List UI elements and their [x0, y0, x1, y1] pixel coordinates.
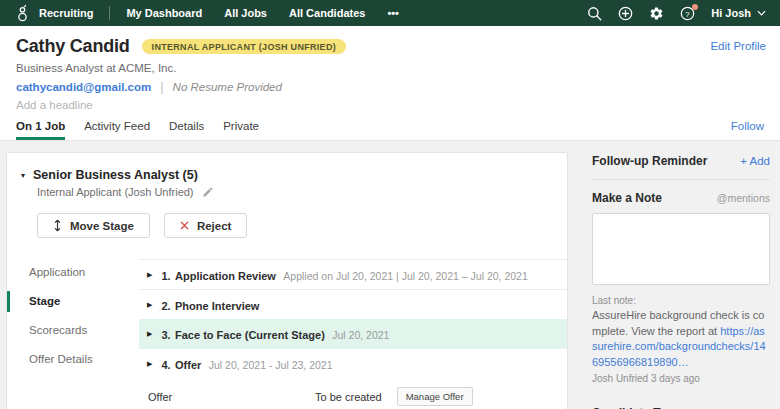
offer-summary-row: Offer To be created Manage Offer	[139, 387, 567, 406]
settings-gear-icon[interactable]	[649, 6, 664, 21]
last-note-label: Last note:	[592, 295, 770, 306]
move-stage-button[interactable]: Move Stage	[37, 213, 150, 238]
job-title: Senior Business Analyst (5)	[33, 168, 198, 182]
stage-row-offer[interactable]: ▶ 4. Offer Jul 20, 2021 - Jul 23, 2021	[139, 349, 567, 379]
candidate-name: Cathy Candid	[16, 36, 130, 57]
add-icon[interactable]	[618, 6, 633, 21]
stage-name: Application Review	[175, 270, 276, 282]
reject-label: Reject	[197, 220, 232, 232]
stage-dates: Jul 20, 2021	[332, 329, 389, 341]
stage-list: ▶ 1. Application Review Applied on Jul 2…	[139, 253, 567, 409]
candidate-header: Cathy Candid INTERNAL APPLICANT (JOSH UN…	[0, 26, 780, 141]
topbar-nav: My Dashboard All Jobs All Candidates •••	[126, 7, 399, 19]
brand[interactable]: Recruiting	[14, 4, 93, 23]
card-nav-stage[interactable]: Stage	[7, 287, 139, 316]
followup-reminder-title: Follow-up Reminder	[592, 154, 707, 168]
resume-status: No Resume Provided	[173, 81, 282, 93]
stage-number: 3.	[161, 329, 170, 341]
top-nav-bar: Recruiting My Dashboard All Jobs All Can…	[0, 0, 780, 26]
separator: |	[160, 79, 163, 94]
svg-text:?: ?	[686, 9, 691, 18]
mentions-hint: @mentions	[717, 192, 770, 204]
reject-button[interactable]: Reject	[164, 213, 248, 238]
nav-all-candidates[interactable]: All Candidates	[289, 7, 365, 19]
offer-label: Offer	[148, 391, 315, 403]
notification-dot	[692, 4, 698, 10]
job-card-nav: Application Stage Scorecards Offer Detai…	[7, 253, 139, 409]
profile-tabs: On 1 Job Activity Feed Details Private F…	[16, 120, 764, 140]
side-panel: Follow-up Reminder + Add Make a Note @me…	[584, 141, 780, 409]
expand-triangle-icon[interactable]: ▶	[147, 271, 152, 279]
app-window: Recruiting My Dashboard All Jobs All Can…	[0, 0, 780, 409]
headline-placeholder[interactable]: Add a headline	[16, 99, 764, 111]
stage-number: 1.	[161, 270, 170, 282]
move-stage-arrows-icon	[53, 219, 62, 232]
offer-status: To be created	[315, 391, 382, 403]
user-greeting: Hi Josh	[711, 7, 751, 19]
expand-triangle-icon[interactable]: ▶	[147, 330, 152, 338]
tab-on-1-job[interactable]: On 1 Job	[16, 120, 65, 140]
make-a-note-title: Make a Note	[592, 191, 662, 205]
search-icon[interactable]	[587, 6, 602, 21]
last-note-text: AssureHire background check is complete.…	[592, 308, 770, 370]
candidate-job-title: Business Analyst at ACME, Inc.	[16, 62, 764, 74]
expand-triangle-icon[interactable]: ▶	[147, 301, 152, 309]
tab-activity-feed[interactable]: Activity Feed	[84, 120, 150, 140]
expand-triangle-icon[interactable]: ▶	[147, 360, 152, 368]
edit-pencil-icon[interactable]	[202, 186, 214, 198]
stage-row-phone-interview[interactable]: ▶ 2. Phone Interview	[139, 289, 567, 319]
greenhouse-logo-icon	[14, 4, 31, 23]
nav-my-dashboard[interactable]: My Dashboard	[126, 7, 202, 19]
stage-dates: Applied on Jul 20, 2021 | Jul 20, 2021 –…	[283, 270, 527, 282]
stage-row-face-to-face-current[interactable]: ▶ 3. Face to Face (Current Stage) Jul 20…	[139, 319, 567, 349]
stage-number: 2.	[161, 300, 170, 312]
stage-name: Phone Interview	[175, 300, 259, 312]
user-menu[interactable]: Hi Josh	[711, 7, 766, 19]
brand-label: Recruiting	[39, 7, 93, 19]
help-icon[interactable]: ?	[680, 6, 695, 21]
topbar-actions: ? Hi Josh	[587, 6, 766, 21]
nav-more-menu[interactable]: •••	[387, 7, 399, 19]
note-author: Josh Unfried 3 days ago	[592, 373, 770, 384]
manage-offer-button[interactable]: Manage Offer	[397, 387, 473, 406]
card-nav-stage-label: Stage	[29, 295, 60, 307]
topbar-separator	[109, 6, 110, 20]
move-stage-label: Move Stage	[70, 220, 134, 232]
job-card: ▾ Senior Business Analyst (5) Internal A…	[6, 152, 568, 409]
divider	[592, 179, 770, 180]
chevron-down-icon	[757, 10, 766, 16]
reject-x-icon	[180, 221, 189, 230]
tab-details[interactable]: Details	[169, 120, 204, 140]
active-nav-indicator	[7, 291, 10, 312]
internal-applicant-badge: INTERNAL APPLICANT (JOSH UNFRIED)	[142, 39, 346, 54]
note-input[interactable]	[592, 213, 770, 285]
collapse-triangle-icon[interactable]: ▾	[21, 171, 25, 180]
tab-private[interactable]: Private	[223, 120, 259, 140]
follow-link[interactable]: Follow	[731, 120, 764, 140]
card-nav-application[interactable]: Application	[7, 258, 139, 287]
candidate-email-link[interactable]: cathycandid@gmail.com	[16, 81, 151, 93]
stage-number: 4.	[161, 359, 170, 371]
stage-row-application-review[interactable]: ▶ 1. Application Review Applied on Jul 2…	[139, 259, 567, 289]
edit-profile-link[interactable]: Edit Profile	[710, 40, 766, 52]
stage-name: Offer	[175, 359, 201, 371]
card-nav-offer-details[interactable]: Offer Details	[7, 345, 139, 374]
card-nav-scorecards[interactable]: Scorecards	[7, 316, 139, 345]
job-source: Internal Applicant (Josh Unfried)	[37, 186, 194, 198]
stage-name: Face to Face (Current Stage)	[175, 329, 325, 341]
add-reminder-link[interactable]: + Add	[740, 155, 770, 167]
stage-dates: Jul 20, 2021 - Jul 23, 2021	[209, 359, 333, 371]
nav-all-jobs[interactable]: All Jobs	[224, 7, 267, 19]
